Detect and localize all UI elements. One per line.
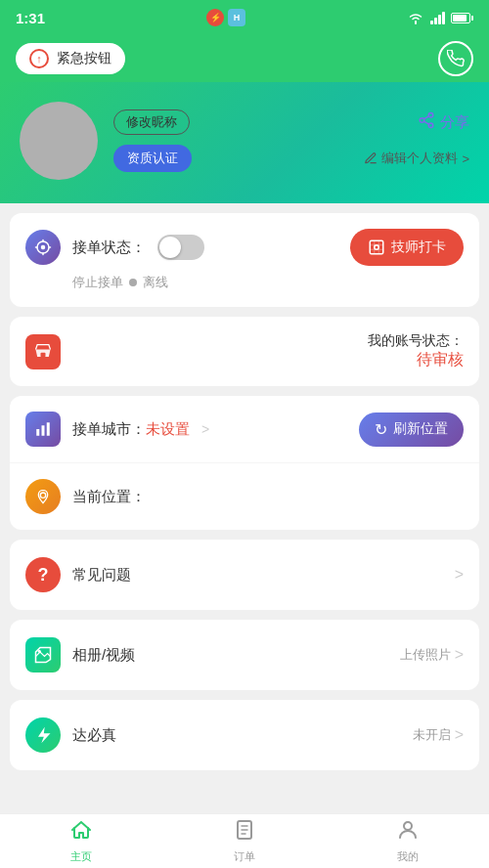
dabi-label: 达必真 [72, 726, 116, 745]
album-right-text: 上传照片 [400, 646, 451, 664]
svg-point-1 [420, 117, 424, 122]
album-svg [34, 646, 52, 664]
svg-point-0 [428, 112, 433, 117]
album-right: 上传照片 > [400, 646, 464, 664]
orders-svg [233, 818, 256, 842]
bottom-nav: 主页 订单 我的 [0, 813, 489, 868]
edit-arrow: > [462, 152, 469, 166]
city-label: 接单城市：未设置 [72, 420, 190, 439]
profile-bottom-row: 资质认证 编辑个人资料 > [113, 145, 469, 172]
dabi-left: 达必真 [25, 717, 116, 753]
svg-rect-8 [36, 429, 39, 436]
cert-button[interactable]: 资质认证 [113, 145, 192, 172]
account-status-right: 我的账号状态： 待审核 [368, 332, 464, 370]
refresh-location-button[interactable]: ↻ 刷新位置 [359, 412, 464, 447]
home-label: 主页 [70, 849, 92, 864]
faq-item[interactable]: ? 常见问题 > [10, 540, 479, 610]
svg-point-4 [41, 245, 46, 250]
location-label: 当前位置： [72, 488, 146, 506]
account-status-label: 我的账号状态： [368, 332, 464, 350]
faq-right: > [455, 566, 464, 584]
edit-profile-button[interactable]: 编辑个人资料 > [364, 150, 469, 167]
top-bar: 紧急按钮 [0, 35, 489, 82]
checkin-text: 技师打卡 [391, 239, 446, 256]
main-content: 接单状态： 技师打卡 停止接单 离线 [0, 203, 489, 813]
city-row-left: 接单城市：未设置 > [25, 412, 209, 447]
edit-icon [364, 152, 378, 165]
emergency-button[interactable]: 紧急按钮 [16, 43, 125, 74]
profile-nav-icon [396, 818, 420, 847]
nav-orders[interactable]: 订单 [163, 818, 327, 864]
status-icons [407, 11, 473, 24]
profile-svg [396, 818, 420, 842]
svg-rect-10 [47, 422, 50, 436]
stop-order-text: 停止接单 [72, 274, 123, 291]
signal-icon [430, 11, 445, 24]
profile-header: 修改昵称 分享 资质认证 编辑 [0, 82, 489, 203]
dabi-icon [25, 717, 61, 753]
emergency-icon [29, 49, 49, 68]
svg-point-12 [38, 650, 41, 653]
album-label: 相册/视频 [72, 646, 135, 665]
status-sub-row: 停止接单 离线 [72, 274, 464, 291]
phone-button[interactable] [438, 41, 473, 76]
orders-label: 订单 [234, 849, 255, 864]
checkin-button[interactable]: 技师打卡 [350, 229, 464, 266]
share-icon [417, 111, 436, 134]
shop-svg [33, 342, 53, 362]
city-row[interactable]: 接单城市：未设置 > ↻ 刷新位置 [10, 396, 479, 463]
order-status-label: 接单状态： [72, 239, 146, 257]
album-item[interactable]: 相册/视频 上传照片 > [10, 620, 479, 690]
svg-point-2 [428, 123, 433, 128]
account-status-value: 待审核 [368, 350, 464, 370]
order-status-card: 接单状态： 技师打卡 停止接单 离线 [10, 213, 479, 307]
city-icon [25, 412, 61, 447]
status-time: 1:31 [16, 10, 45, 26]
city-label-text: 接单城市： [72, 420, 146, 437]
location-icon [25, 479, 61, 514]
share-button[interactable]: 分享 [417, 111, 469, 134]
emergency-text: 紧急按钮 [57, 50, 111, 67]
profile-top-row: 修改昵称 分享 [113, 109, 469, 135]
svg-rect-7 [41, 352, 46, 356]
faq-icon: ? [25, 557, 61, 592]
nickname-button[interactable]: 修改昵称 [113, 109, 190, 135]
order-status-left: 接单状态： [25, 230, 204, 265]
dabi-item[interactable]: 达必真 未开启 > [10, 700, 479, 770]
dabi-arrow: > [455, 726, 464, 744]
order-status-row: 接单状态： 技师打卡 [25, 229, 464, 266]
location-svg [35, 489, 51, 504]
online-dot [129, 279, 137, 286]
dabi-right-text: 未开启 [413, 726, 451, 744]
lightning-svg [35, 725, 51, 745]
location-row: 当前位置： [10, 463, 479, 530]
orders-icon [233, 818, 256, 847]
dabi-right: 未开启 > [413, 726, 464, 744]
battery-icon [451, 13, 473, 23]
city-location-card: 接单城市：未设置 > ↻ 刷新位置 当前位置： [10, 396, 479, 530]
svg-point-14 [404, 822, 412, 830]
album-icon [25, 637, 61, 673]
edit-profile-text: 编辑个人资料 [381, 150, 458, 167]
profile-nav-label: 我的 [397, 849, 419, 864]
shop-icon [25, 334, 61, 369]
nav-profile[interactable]: 我的 [326, 818, 489, 864]
phone-icon [447, 50, 465, 67]
album-arrow: > [455, 646, 464, 664]
svg-point-6 [375, 245, 379, 250]
home-icon [69, 818, 93, 847]
faq-left: ? 常见问题 [25, 557, 131, 592]
profile-info: 修改昵称 分享 资质认证 编辑 [113, 109, 469, 172]
refresh-text: 刷新位置 [393, 420, 448, 438]
city-arrow: > [201, 421, 209, 437]
nav-home[interactable]: 主页 [0, 818, 163, 864]
app-icon-1: ⚡ [206, 9, 224, 26]
share-svg [417, 111, 436, 129]
share-text: 分享 [440, 113, 469, 132]
offline-text: 离线 [143, 274, 168, 291]
album-left: 相册/视频 [25, 637, 135, 673]
refresh-icon: ↻ [375, 420, 387, 439]
status-bar: 1:31 ⚡ H [0, 0, 489, 35]
toggle-switch[interactable] [157, 235, 204, 260]
city-value: 未设置 [146, 420, 190, 437]
